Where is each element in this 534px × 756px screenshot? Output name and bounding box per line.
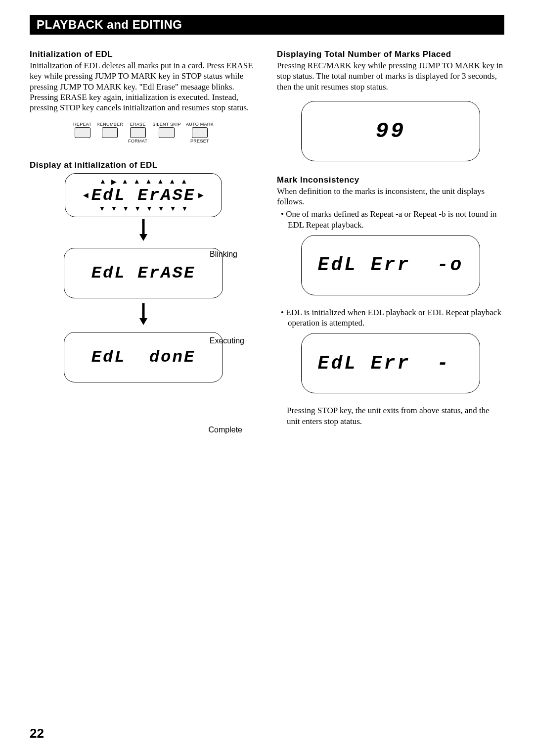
triangle-row-bot: ▼▼▼▼▼▼▼▼ [99, 205, 188, 213]
key-renumber: RENUMBER [96, 122, 123, 143]
lcd-text: 99 [376, 119, 406, 143]
triangle-down-icon: ▼ [146, 205, 153, 213]
triangle-up-icon: ▲ [180, 178, 187, 186]
heading-mark-inconsistency: Mark Inconsistency [277, 175, 504, 185]
triangle-down-icon: ▼ [122, 205, 129, 213]
bullet-edl-initialized: EDL is initialized when EDL playback or … [281, 307, 504, 329]
triangle-down-icon: ▼ [99, 205, 106, 213]
triangle-up-icon: ▲ [99, 178, 106, 186]
bullet-repeat-not-found: One of marks defined as Repeat -a or Rep… [281, 209, 504, 230]
key-silent-skip: SILENT SKIP [152, 122, 181, 143]
heading-init-edl: Initialization of EDL [30, 49, 257, 59]
triangle-down-icon: ▼ [181, 205, 188, 213]
lcd-99: 99 [301, 101, 480, 161]
key-auto-mark: AUTO MARK PRESET [186, 122, 214, 143]
key-label-top: RENUMBER [96, 122, 123, 127]
triangle-up-icon: ▲ [169, 178, 176, 186]
key-label-top: AUTO MARK [186, 122, 214, 127]
triangle-left-icon: ◀ [83, 191, 89, 199]
body-init-edl: Initialization of EDL deletes all marks … [30, 60, 257, 113]
lcd-text: EdL ErASE [91, 264, 196, 283]
triangle-down-icon: ▼ [134, 205, 141, 213]
lcd-text: EdL Err -o [318, 254, 464, 276]
right-column: Displaying Total Number of Marks Placed … [277, 49, 504, 426]
key-label-bot: FORMAT [128, 139, 147, 143]
key-label-bot [96, 139, 123, 143]
key-label-top: SILENT SKIP [152, 122, 181, 127]
triangle-down-icon: ▼ [170, 205, 177, 213]
lcd-text: EdL donE [91, 348, 196, 367]
arrow-down-icon [44, 303, 242, 327]
lcd-edl-err-dash: EdL Err - [301, 333, 480, 393]
left-column: Initialization of EDL Initialization of … [30, 49, 257, 426]
lcd-text: EdL Err - [318, 353, 464, 374]
svg-marker-1 [139, 234, 147, 241]
key-icon [75, 127, 90, 138]
lcd-edl-erase-executing: EdL ErASE [64, 248, 223, 298]
lcd-edl-err-o: EdL Err -o [301, 235, 480, 295]
key-label-bot: PRESET [186, 139, 214, 143]
lcd-edl-done: EdL donE [64, 332, 223, 382]
lcd-text: EdL ErASE [91, 186, 196, 205]
triangle-down-icon: ▼ [110, 205, 117, 213]
figure-edl-sequence: ◀ ▲▶▲▲▲▲▲▲ EdL ErASE ▼▼▼▼▼▼▼▼ ▶ [44, 173, 242, 382]
key-erase: ERASE FORMAT [128, 122, 147, 143]
body-total-marks: Pressing REC/MARK key while pressing JUM… [277, 60, 504, 92]
body-closing: Pressing STOP key, the unit exits from a… [277, 405, 504, 426]
triangle-up-icon: ▲ [134, 178, 140, 186]
key-icon [159, 127, 175, 138]
key-label-top: REPEAT [73, 122, 91, 127]
button-key-row: REPEAT RENUMBER ERASE FORMAT SILENT SKIP [30, 122, 257, 143]
key-label-bot [152, 139, 181, 143]
key-label-bot [73, 139, 91, 143]
section-title-bar: PLAYBACK and EDITING [30, 15, 504, 35]
annot-complete: Complete [209, 425, 242, 434]
triangle-up-icon: ▲ [122, 178, 129, 186]
body-mark-inconsistency: When definition to the marks is inconsis… [277, 186, 504, 207]
key-icon [102, 127, 118, 138]
key-icon [192, 127, 208, 138]
arrow-down-icon [44, 219, 242, 243]
page-number: 22 [30, 726, 44, 741]
triangle-down-icon: ▼ [158, 205, 165, 213]
triangle-up-icon: ▲ [145, 178, 152, 186]
triangle-up-icon: ▲ [157, 178, 164, 186]
key-repeat: REPEAT [73, 122, 91, 143]
play-icon: ▶ [111, 178, 117, 186]
svg-marker-3 [139, 318, 147, 325]
lcd-edl-erase-blinking: ◀ ▲▶▲▲▲▲▲▲ EdL ErASE ▼▼▼▼▼▼▼▼ ▶ [65, 173, 222, 217]
key-label-top: ERASE [128, 122, 147, 127]
triangle-right-icon: ▶ [198, 191, 204, 199]
triangle-row-top: ▲▶▲▲▲▲▲▲ [99, 178, 187, 186]
heading-total-marks: Displaying Total Number of Marks Placed [277, 49, 504, 59]
heading-display-init: Display at initialization of EDL [30, 160, 257, 170]
key-icon [130, 127, 146, 138]
